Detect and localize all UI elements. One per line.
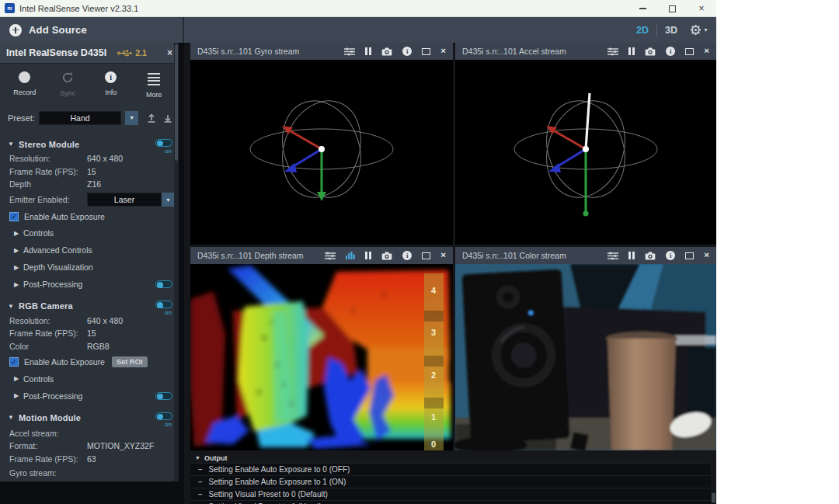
app-icon: RI (5, 3, 15, 13)
gyro-sphere-visualization (190, 60, 453, 245)
preset-select[interactable]: Hand (39, 111, 121, 125)
depth-scale-tick: 1 (431, 412, 436, 422)
add-source-button[interactable]: Add Source (0, 17, 184, 43)
preset-label: Preset: (8, 113, 35, 123)
output-header[interactable]: ▼ Output (190, 453, 716, 463)
stereo-post-processing-link[interactable]: ▶ Post-Processing (0, 279, 179, 290)
pause-icon[interactable] (628, 47, 635, 55)
accel-format-row: Format: MOTION_XYZ32F (0, 441, 179, 450)
stereo-post-processing-toggle[interactable] (155, 280, 172, 288)
load-preset-icon[interactable] (147, 113, 156, 123)
stream-close-icon[interactable]: × (704, 251, 709, 260)
stream-maximize-icon[interactable] (422, 252, 430, 259)
stream-options-icon[interactable] (344, 47, 355, 56)
log-bullet-icon: – (198, 490, 203, 499)
accel-stream-view[interactable] (455, 60, 716, 245)
pause-icon[interactable] (365, 47, 371, 55)
depth-scale-tick: 4 (431, 286, 437, 295)
snapshot-icon[interactable] (645, 47, 656, 56)
snapshot-icon[interactable] (381, 252, 392, 260)
tab-2d[interactable]: 2D (636, 25, 649, 36)
output-log-panel: ▼ Output – Setting Enable Auto Exposure … (190, 453, 716, 504)
color-panel-header: D435i s.n:..101 Color stream i × (455, 247, 716, 264)
stream-options-icon[interactable] (607, 47, 618, 56)
motion-toggle[interactable] (155, 412, 172, 420)
maximize-button[interactable] (657, 0, 687, 17)
accel-panel-header: D435i s.n:..101 Accel stream i × (455, 43, 716, 60)
section-stereo-module[interactable]: ▼ Stereo Module on (0, 138, 179, 151)
more-button[interactable]: More (133, 71, 176, 99)
stream-info-icon[interactable]: i (666, 251, 675, 260)
stream-options-icon[interactable] (325, 252, 336, 260)
usb-icon (117, 49, 133, 57)
stream-info-icon[interactable]: i (666, 47, 675, 56)
tab-3d[interactable]: 3D (665, 25, 677, 36)
rgb-resolution-row: Resolution: 640 x 480 (0, 316, 179, 325)
histogram-icon[interactable] (346, 252, 355, 259)
section-rgb-camera[interactable]: ▼ RGB Camera on (0, 300, 179, 312)
set-roi-button[interactable]: Set ROI (112, 356, 148, 367)
close-button[interactable]: × (687, 0, 716, 17)
gyro-stream-panel: D435i s.n:..101 Gyro stream i × (190, 43, 453, 245)
emitter-select[interactable]: Laser (87, 193, 162, 207)
window-title: Intel RealSense Viewer v2.33.1 (19, 4, 138, 13)
stream-maximize-icon[interactable] (422, 48, 430, 55)
color-camera-image (455, 264, 716, 450)
color-stream-view[interactable] (455, 264, 716, 450)
rgb-auto-exposure-checkbox[interactable]: ✓ (9, 357, 19, 367)
stream-maximize-icon[interactable] (685, 252, 694, 259)
device-sidebar: Intel RealSense D435I 2.1 × (0, 43, 184, 504)
stream-close-icon[interactable]: × (440, 47, 446, 56)
stereo-auto-exposure-checkbox[interactable]: ✓ (9, 212, 19, 221)
info-button[interactable]: i Info (89, 71, 133, 99)
stream-info-icon[interactable]: i (402, 47, 412, 56)
depth-stream-panel: D435i s.n:..101 Depth stream i × (190, 247, 453, 450)
depth-colormap-image: 4 3 2 1 0 (190, 264, 453, 450)
depth-scale-tick: 3 (431, 328, 436, 337)
stream-close-icon[interactable]: × (440, 251, 446, 260)
rgb-framerate-row: Frame Rate (FPS): 15 (0, 328, 179, 338)
stream-options-icon[interactable] (607, 252, 618, 260)
stereo-depth-visualization-link[interactable]: ▶ Depth Visualization (0, 262, 179, 273)
stream-info-icon[interactable]: i (402, 251, 412, 260)
output-scrollbar[interactable] (711, 463, 716, 504)
depth-stream-view[interactable]: 4 3 2 1 0 (190, 264, 453, 450)
snapshot-icon[interactable] (645, 252, 656, 260)
gyro-stream-view[interactable] (190, 60, 453, 245)
rgb-post-processing-toggle[interactable] (155, 392, 172, 400)
gyro-format-row: Format: MOTION_XYZ32F (0, 481, 179, 481)
rgb-toggle[interactable] (155, 301, 172, 308)
minimize-button[interactable] (628, 0, 657, 17)
stereo-toggle[interactable] (155, 139, 172, 147)
settings-button[interactable]: ▼ (690, 24, 708, 36)
pause-icon[interactable] (628, 252, 635, 259)
rgb-controls-link[interactable]: ▶ Controls (0, 374, 179, 384)
expanded-icon: ▼ (195, 455, 200, 461)
sync-button[interactable]: Sync (47, 71, 90, 99)
save-preset-icon[interactable] (163, 113, 172, 123)
section-motion-module[interactable]: ▼ Motion Module on (0, 412, 179, 424)
sidebar-scrollbar[interactable] (174, 43, 179, 481)
device-actions: Record Sync i Info More (0, 64, 179, 103)
motion-on-label: on (165, 421, 172, 428)
preset-dropdown-button[interactable]: ▼ (125, 111, 138, 125)
log-line: – Setting Visual Preset to 0 (Default) (190, 488, 716, 500)
log-bullet-icon: – (198, 465, 203, 474)
rgb-post-processing-link[interactable]: ▶ Post-Processing (0, 391, 179, 401)
stream-close-icon[interactable]: × (704, 47, 709, 56)
pause-icon[interactable] (365, 252, 371, 259)
device-close-button[interactable]: × (167, 47, 172, 58)
snapshot-icon[interactable] (381, 47, 392, 56)
stereo-controls-link[interactable]: ▶ Controls (0, 228, 179, 238)
record-button[interactable]: Record (3, 71, 47, 99)
stereo-advanced-controls-link[interactable]: ▶ Advanced Controls (0, 245, 179, 255)
rgb-color-row: Color RGB8 (0, 342, 179, 351)
emitter-dropdown-button[interactable]: ▼ (162, 193, 175, 207)
color-stream-title: D435i s.n:..101 Color stream (462, 251, 566, 260)
toolbar: Add Source 2D 3D ▼ (0, 17, 716, 43)
rgb-auto-exposure-row: ✓ Enable Auto Exposure Set ROI (0, 356, 179, 367)
color-stream-panel: D435i s.n:..101 Color stream i × (455, 247, 716, 450)
stream-maximize-icon[interactable] (685, 48, 694, 55)
usb-badge: 2.1 (117, 48, 147, 57)
preset-row: Preset: Hand ▼ (0, 103, 179, 128)
